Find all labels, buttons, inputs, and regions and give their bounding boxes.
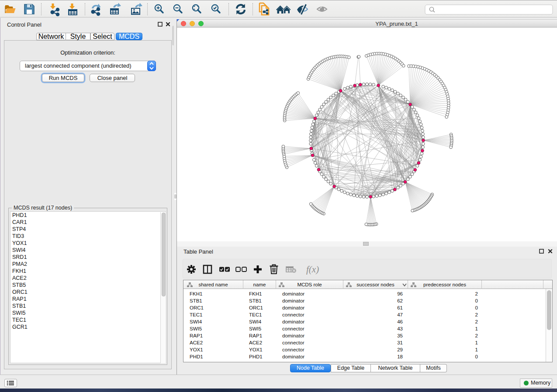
- svg-text:f(x): f(x): [306, 264, 319, 275]
